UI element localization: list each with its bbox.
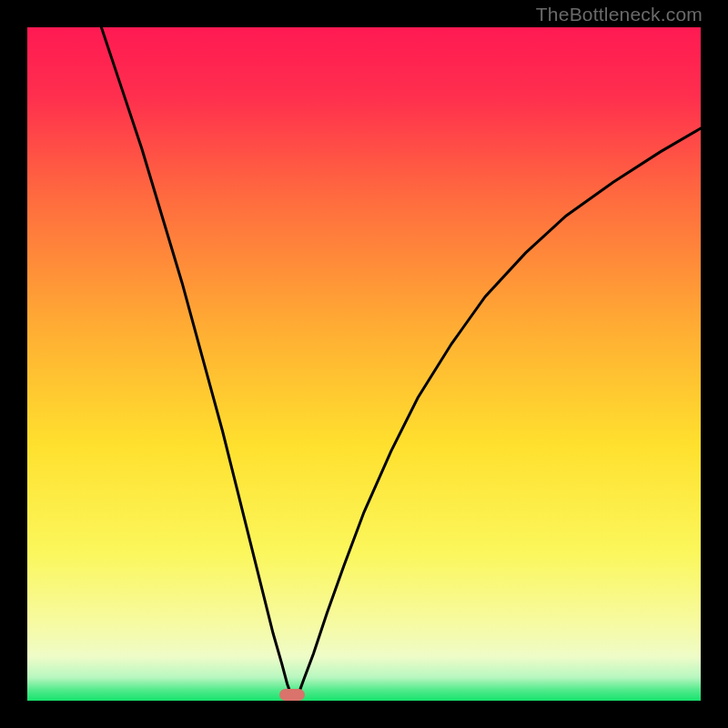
bottleneck-curve: [27, 27, 701, 701]
curve-left-branch: [101, 27, 291, 695]
watermark-text: TheBottleneck.com: [536, 4, 703, 25]
curve-right-branch: [298, 128, 702, 695]
optimal-point-marker: [279, 689, 305, 701]
chart-frame: TheBottleneck.com: [0, 0, 728, 728]
plot-area: [27, 27, 701, 701]
